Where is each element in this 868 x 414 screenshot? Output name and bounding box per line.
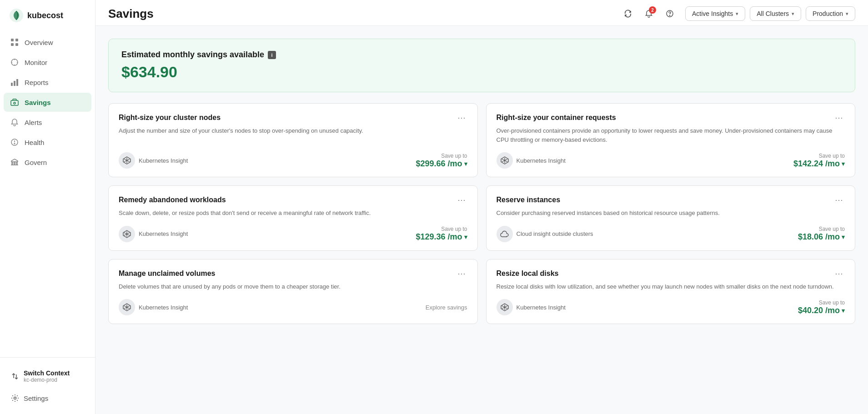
monitor-icon <box>10 58 19 67</box>
save-value-1: $142.24 /mo ▾ <box>793 159 845 169</box>
sidebar-item-settings[interactable]: Settings <box>5 389 90 407</box>
kubernetes-icon-1 <box>497 152 513 169</box>
card-menu-reserve-instances[interactable]: ⋯ <box>833 196 845 204</box>
switch-context-title: Switch Context <box>24 369 70 377</box>
svg-point-17 <box>14 397 16 399</box>
sidebar-item-health[interactable]: Health <box>4 133 91 152</box>
svg-rect-9 <box>11 100 18 105</box>
card-desc-right-size-nodes: Adjust the number and size of your clust… <box>119 126 467 144</box>
sidebar-item-reports-label: Reports <box>25 79 49 86</box>
card-menu-abandoned-workloads[interactable]: ⋯ <box>456 196 467 204</box>
svg-line-50 <box>124 308 126 309</box>
savings-amount: $634.90 <box>121 63 842 81</box>
helm-icon-2 <box>122 229 131 239</box>
sidebar-item-overview[interactable]: Overview <box>4 33 91 52</box>
sidebar-item-alerts-label: Alerts <box>25 119 42 126</box>
svg-rect-16 <box>16 162 17 165</box>
insights-dropdown-label: Active Insights <box>692 10 733 17</box>
svg-line-27 <box>128 159 130 160</box>
clusters-dropdown-arrow: ▾ <box>792 11 794 17</box>
insight-badge-4: Kubernetes Insight <box>119 299 188 315</box>
switch-icon <box>11 372 19 380</box>
logo[interactable]: kubecost <box>0 0 95 33</box>
card-desc-abandoned-workloads: Scale down, delete, or resize pods that … <box>119 209 467 218</box>
helm-icon-4 <box>122 303 131 312</box>
sidebar-item-reports[interactable]: Reports <box>4 73 91 92</box>
switch-context[interactable]: Switch Context kc-demo-prod <box>5 365 90 388</box>
card-abandoned-workloads: Remedy abandoned workloads ⋯ Scale down,… <box>108 185 478 251</box>
svg-rect-6 <box>11 83 13 86</box>
card-title-right-size-nodes: Right-size your cluster nodes <box>119 114 221 122</box>
card-menu-right-size-nodes[interactable]: ⋯ <box>456 114 467 122</box>
help-icon <box>666 10 674 18</box>
save-up-to-3: Save up to <box>798 226 845 232</box>
svg-line-40 <box>124 233 126 234</box>
logo-text: kubecost <box>27 11 63 20</box>
help-button[interactable] <box>662 6 677 21</box>
helm-icon-1 <box>500 156 509 165</box>
svg-rect-1 <box>11 39 14 41</box>
kubernetes-icon-2 <box>119 226 135 242</box>
svg-line-34 <box>502 161 504 162</box>
save-value-2: $129.36 /mo ▾ <box>416 232 467 242</box>
svg-line-24 <box>124 159 126 160</box>
svg-point-19 <box>669 15 670 15</box>
svg-point-37 <box>126 233 128 235</box>
sidebar-item-overview-label: Overview <box>25 39 53 46</box>
card-desc-reserve-instances: Consider purchasing reserved instances b… <box>497 209 845 218</box>
insights-dropdown-arrow: ▾ <box>736 11 738 17</box>
sidebar-item-monitor[interactable]: Monitor <box>4 53 91 72</box>
notifications-button[interactable]: 2 <box>642 6 656 21</box>
insight-label-0: Kubernetes Insight <box>139 157 188 164</box>
card-menu-resize-local-disks[interactable]: ⋯ <box>833 269 845 278</box>
insight-label-1: Kubernetes Insight <box>517 157 566 164</box>
chevron-icon-0: ▾ <box>464 160 467 167</box>
bar-chart-icon <box>10 78 19 87</box>
card-menu-right-size-containers[interactable]: ⋯ <box>833 114 845 122</box>
refresh-button[interactable] <box>621 6 635 21</box>
chevron-icon-3: ▾ <box>842 234 845 240</box>
content-area: Estimated monthly savings available i $6… <box>95 26 868 414</box>
gear-icon <box>11 394 19 402</box>
svg-line-33 <box>506 161 507 162</box>
explore-savings-link[interactable]: Explore savings <box>426 304 467 311</box>
chevron-icon-5: ▾ <box>842 307 845 314</box>
savings-banner-title-text: Estimated monthly savings available <box>121 50 264 60</box>
svg-line-57 <box>506 308 507 309</box>
savings-banner: Estimated monthly savings available i $6… <box>108 39 855 92</box>
insights-dropdown[interactable]: Active Insights ▾ <box>685 6 745 21</box>
card-right-size-nodes: Right-size your cluster nodes ⋯ Adjust t… <box>108 103 478 177</box>
svg-point-45 <box>126 306 128 308</box>
sidebar-item-savings-label: Savings <box>25 99 51 106</box>
card-reserve-instances: Reserve instances ⋯ Consider purchasing … <box>486 185 856 251</box>
kubernetes-icon-0 <box>119 152 135 169</box>
card-right-size-containers: Right-size your container requests ⋯ Ove… <box>486 103 856 177</box>
svg-rect-4 <box>15 43 18 46</box>
info-icon[interactable]: i <box>268 51 276 59</box>
save-up-to-1: Save up to <box>793 153 845 159</box>
sidebar-item-health-label: Health <box>25 139 44 146</box>
card-menu-unclaimed-volumes[interactable]: ⋯ <box>456 269 467 278</box>
env-dropdown[interactable]: Production ▾ <box>806 6 855 21</box>
save-up-to-0: Save up to <box>416 153 467 159</box>
env-dropdown-label: Production <box>813 10 843 17</box>
sidebar-item-alerts[interactable]: Alerts <box>4 113 91 132</box>
svg-point-53 <box>504 306 506 308</box>
card-desc-resize-local-disks: Resize local disks with low utilization,… <box>497 282 845 291</box>
notification-badge: 2 <box>649 6 656 14</box>
sidebar: kubecost Overview Monitor Reports <box>0 0 95 414</box>
insight-badge-3: Cloud insight outside clusters <box>497 226 593 242</box>
page-title: Savings <box>108 7 154 21</box>
main-content: Savings 2 Active Insights ▾ All Cluster <box>95 0 868 414</box>
svg-line-58 <box>502 308 504 309</box>
savings-icon <box>10 98 19 107</box>
chevron-icon-1: ▾ <box>842 160 845 167</box>
insight-label-2: Kubernetes Insight <box>139 230 188 237</box>
sidebar-item-govern[interactable]: Govern <box>4 153 91 172</box>
card-title-unclaimed-volumes: Manage unclaimed volumes <box>119 269 216 278</box>
sidebar-item-savings[interactable]: Savings <box>4 93 91 112</box>
svg-rect-8 <box>16 79 18 86</box>
save-up-to-5: Save up to <box>798 299 845 306</box>
clusters-dropdown[interactable]: All Clusters ▾ <box>750 6 801 21</box>
grid-icon <box>10 38 19 47</box>
